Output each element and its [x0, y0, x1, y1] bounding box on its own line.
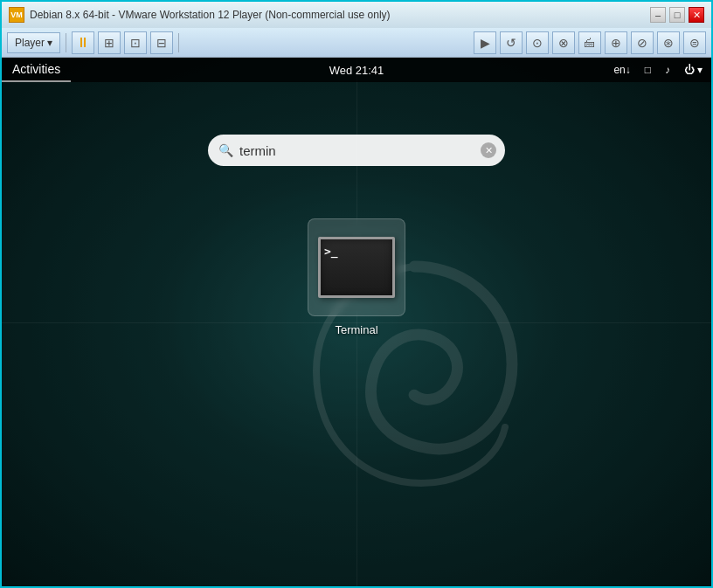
toolbar-right-icon-2[interactable]: ↺ — [500, 31, 523, 54]
panel-volume-button[interactable]: ♪ — [661, 62, 674, 78]
toolbar-icon-2[interactable]: ⊡ — [124, 31, 147, 54]
player-menu-button[interactable]: Player ▾ — [7, 32, 60, 53]
toolbar-right-icon-4[interactable]: ⊗ — [552, 31, 575, 54]
toolbar-right-icon-6[interactable]: ⊕ — [605, 31, 627, 54]
activities-overlay: 🔍 ✕ >_ Terminal — [2, 82, 711, 586]
panel-clock: Wed 21:41 — [329, 64, 384, 77]
terminal-app-label: Terminal — [335, 323, 377, 336]
search-bar-container: 🔍 ✕ — [208, 135, 505, 166]
terminal-prompt-text: >_ — [324, 245, 338, 258]
close-button[interactable]: ✕ — [689, 7, 704, 23]
vmware-logo-icon: VM — [9, 7, 24, 23]
terminal-app-result[interactable]: >_ Terminal — [308, 218, 405, 336]
panel-right-tray: en↓ □ ♪ ⏻ ▾ — [610, 62, 711, 78]
toolbar-right-icon-7[interactable]: ⊘ — [631, 31, 654, 54]
panel-screen-button[interactable]: □ — [641, 62, 654, 78]
window-title: Debian 8.x 64-bit - VMware Workstation 1… — [30, 9, 391, 21]
title-bar: VM Debian 8.x 64-bit - VMware Workstatio… — [2, 2, 711, 28]
toolbar-right-icon-8[interactable]: ⊛ — [657, 31, 680, 54]
title-bar-controls: – □ ✕ — [650, 7, 704, 23]
toolbar-right-icon-1[interactable]: ▶ — [474, 31, 496, 54]
toolbar-right-icon-9[interactable]: ⊜ — [683, 31, 706, 54]
search-input[interactable] — [208, 135, 505, 166]
pause-button[interactable]: ⏸ — [72, 31, 94, 54]
gnome-top-panel: Activities Wed 21:41 en↓ □ ♪ ⏻ ▾ — [2, 58, 711, 82]
pause-icon: ⏸ — [76, 35, 90, 51]
toolbar: Player ▾ ⏸ ⊞ ⊡ ⊟ ▶ ↺ ⊙ ⊗ 🖮 ⊕ ⊘ ⊛ ⊜ — [2, 28, 711, 58]
toolbar-icon-3[interactable]: ⊟ — [150, 31, 173, 54]
screen-icon: □ — [645, 64, 651, 76]
vmware-window: VM Debian 8.x 64-bit - VMware Workstatio… — [0, 0, 713, 588]
toolbar-right: ▶ ↺ ⊙ ⊗ 🖮 ⊕ ⊘ ⊛ ⊜ — [474, 31, 706, 54]
power-arrow-icon: ▾ — [697, 64, 703, 76]
toolbar-right-icon-3[interactable]: ⊙ — [526, 31, 549, 54]
app-results: >_ Terminal — [308, 218, 405, 336]
panel-power-button[interactable]: ⏻ ▾ — [681, 62, 706, 78]
panel-lang-indicator[interactable]: en↓ — [610, 62, 633, 78]
terminal-icon: >_ — [318, 237, 395, 298]
toolbar-icon-1[interactable]: ⊞ — [98, 31, 121, 54]
gnome-desktop[interactable]: Activities Wed 21:41 en↓ □ ♪ ⏻ ▾ — [2, 58, 711, 586]
maximize-button[interactable]: □ — [669, 7, 685, 23]
toolbar-right-icon-5[interactable]: 🖮 — [578, 31, 601, 54]
title-bar-left: VM Debian 8.x 64-bit - VMware Workstatio… — [9, 7, 391, 23]
activities-button[interactable]: Activities — [2, 58, 71, 82]
toolbar-separator — [66, 33, 66, 52]
volume-icon: ♪ — [665, 64, 670, 76]
toolbar-separator-2 — [178, 33, 179, 52]
terminal-app-icon-box: >_ — [308, 218, 405, 316]
power-icon: ⏻ — [684, 64, 695, 76]
search-icon: 🔍 — [218, 143, 233, 157]
search-clear-button[interactable]: ✕ — [481, 142, 496, 158]
minimize-button[interactable]: – — [650, 7, 666, 23]
